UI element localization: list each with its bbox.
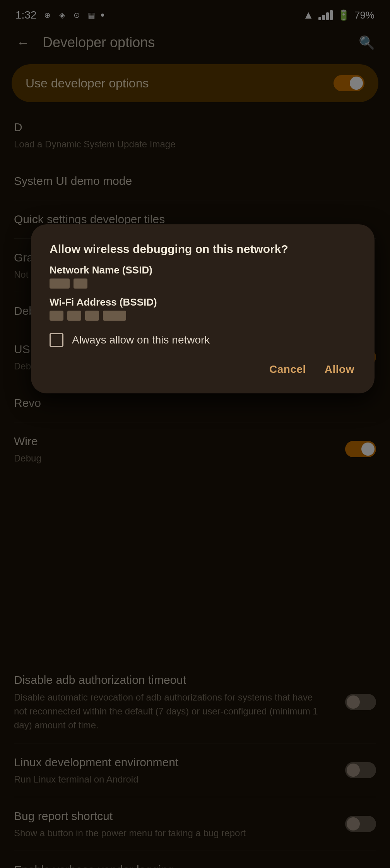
bssid-block-1 bbox=[50, 311, 63, 321]
dialog-button-row: Cancel Allow bbox=[50, 359, 356, 379]
bssid-value bbox=[50, 311, 356, 321]
wifi-address-label: Wi-Fi Address (BSSID) bbox=[50, 296, 356, 308]
bssid-block-4 bbox=[103, 311, 126, 321]
ssid-block-1 bbox=[50, 279, 70, 289]
always-allow-label: Always allow on this network bbox=[72, 334, 210, 346]
network-name-label: Network Name (SSID) bbox=[50, 264, 356, 276]
dialog-overlay bbox=[0, 0, 390, 868]
bssid-block-2 bbox=[67, 311, 81, 321]
dialog-title: Allow wireless debugging on this network… bbox=[50, 241, 356, 256]
always-allow-row[interactable]: Always allow on this network bbox=[50, 333, 356, 347]
always-allow-checkbox[interactable] bbox=[50, 333, 63, 347]
wireless-debug-dialog: Allow wireless debugging on this network… bbox=[31, 224, 375, 393]
allow-button[interactable]: Allow bbox=[323, 359, 356, 379]
bssid-block-3 bbox=[85, 311, 99, 321]
cancel-button[interactable]: Cancel bbox=[268, 359, 308, 379]
network-name-value bbox=[50, 279, 356, 289]
ssid-block-2 bbox=[74, 279, 87, 289]
